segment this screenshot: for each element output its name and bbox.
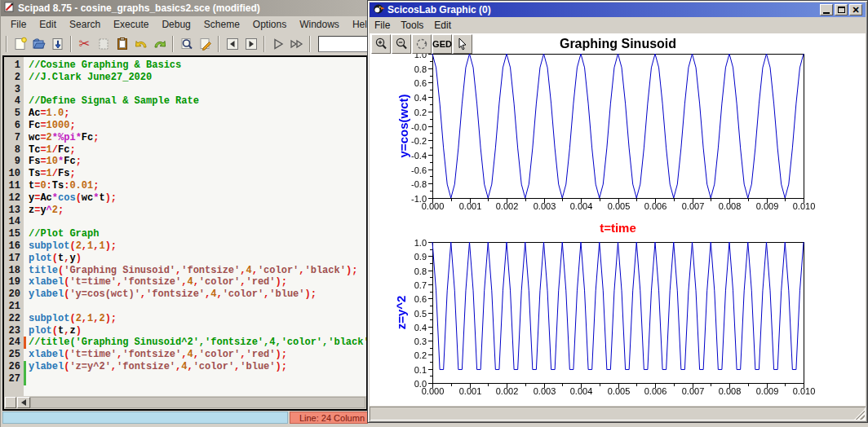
scroll-left-button[interactable] xyxy=(17,397,30,408)
toolbar-separator xyxy=(172,36,174,52)
line-number: 3 xyxy=(4,84,20,96)
run-to-end-button[interactable] xyxy=(288,34,305,54)
resize-grip[interactable] xyxy=(854,409,865,420)
added-line-marker xyxy=(24,373,26,385)
code-line-23[interactable]: plot(t,z) xyxy=(24,325,366,337)
open-file-button[interactable] xyxy=(30,34,47,54)
window-controls: ✕ xyxy=(820,4,862,15)
arrow-right-icon xyxy=(244,37,259,51)
find-replace-button[interactable] xyxy=(197,34,214,54)
code-line-22[interactable]: subplot(2,1,2); xyxy=(24,313,366,325)
scipad-menu-options[interactable]: Options xyxy=(246,19,293,30)
pointer-button[interactable] xyxy=(453,34,472,54)
code-line-14[interactable] xyxy=(24,216,366,228)
nav-forward-button[interactable] xyxy=(242,34,259,54)
graphic-titlebar[interactable]: ScicosLab Graphic (0) ✕ xyxy=(370,2,866,17)
scipad-menu-windows[interactable]: Windows xyxy=(293,19,346,30)
zoom-out-button[interactable] xyxy=(392,34,411,54)
code-line-27[interactable] xyxy=(24,373,366,385)
undo-button[interactable] xyxy=(132,34,149,54)
code-line-10[interactable]: Ts=1/Fs; xyxy=(24,168,366,180)
new-file-button[interactable] xyxy=(11,34,29,54)
code-line-4[interactable]: //Define Signal & Sample Rate xyxy=(24,95,366,108)
line-number: 11 xyxy=(4,180,20,192)
line-number: 7 xyxy=(4,132,20,144)
maximize-button[interactable] xyxy=(835,4,848,15)
code-line-26[interactable]: ylabel('z=y^2','fontsize',4,'color','blu… xyxy=(24,361,366,373)
cut-button[interactable]: ✂ xyxy=(76,34,93,54)
scipad-statusbar: Line: 24 Column xyxy=(1,412,370,425)
code-line-15[interactable]: //Plot Graph xyxy=(24,228,366,240)
close-button[interactable]: ✕ xyxy=(849,4,862,15)
search-icon xyxy=(179,37,194,51)
play-icon xyxy=(271,37,286,51)
line-number: 13 xyxy=(4,205,20,217)
line-number: 5 xyxy=(4,108,20,120)
code-area[interactable]: //Cosine Graphing & Basics//J.Clark June… xyxy=(24,57,366,409)
scipad-menu-execute[interactable]: Execute xyxy=(107,19,155,30)
graphic-window: ScicosLab Graphic (0) ✕ FileToolsEdit GE… xyxy=(367,0,868,423)
graphic-toolbar: GED xyxy=(371,34,472,54)
code-line-17[interactable]: plot(t,y) xyxy=(24,253,366,265)
code-line-20[interactable]: ylabel('y=cos(wct)','fontsize',4,'color'… xyxy=(24,288,366,301)
code-line-16[interactable]: subplot(2,1,1); xyxy=(24,240,366,253)
run-button[interactable] xyxy=(269,34,286,54)
code-line-18[interactable]: title('Graphing Sinusoid','fontsize',4,'… xyxy=(24,265,366,277)
code-line-25[interactable]: xlabel('t=time','fontsize',4,'color','re… xyxy=(24,349,366,361)
scipad-editor[interactable]: 1234567891011121314151617181920212223242… xyxy=(2,55,368,411)
toolbar-separator xyxy=(309,36,311,52)
new-file-icon xyxy=(13,37,28,51)
code-line-21[interactable] xyxy=(24,301,366,313)
scrollbar-track[interactable] xyxy=(30,397,365,408)
toolbar-grip xyxy=(6,36,7,52)
code-line-2[interactable]: //J.Clark June27_2020 xyxy=(24,72,366,84)
scipad-titlebar[interactable]: Scipad 8.75 - cosine_graphs_basics2.sce … xyxy=(1,0,369,16)
rotate-button[interactable] xyxy=(412,34,432,54)
copy-icon xyxy=(96,37,111,51)
scipad-app-icon xyxy=(4,1,15,15)
save-file-button[interactable] xyxy=(49,34,66,54)
graphic-menu-edit[interactable]: Edit xyxy=(434,20,458,31)
copy-button[interactable] xyxy=(95,34,112,54)
code-line-9[interactable]: Fs=10*Fc; xyxy=(24,156,366,168)
graphic-menu-tools[interactable]: Tools xyxy=(401,20,431,31)
toolbar-separator xyxy=(218,36,219,52)
code-line-3[interactable] xyxy=(24,84,366,96)
scipad-menu-debug[interactable]: Debug xyxy=(155,19,197,30)
maximize-icon xyxy=(838,7,845,13)
code-line-5[interactable]: Ac=1.0; xyxy=(24,108,366,120)
scipad-menu-edit[interactable]: Edit xyxy=(33,19,63,30)
status-message-panel xyxy=(2,412,288,424)
line-number: 8 xyxy=(4,144,20,156)
scipad-menu-scheme[interactable]: Scheme xyxy=(197,19,246,30)
scipad-menu-file[interactable]: File xyxy=(4,19,33,30)
scipad-menu-search[interactable]: Search xyxy=(63,19,107,30)
toolbar-entry[interactable] xyxy=(318,36,369,52)
graphic-statusbar xyxy=(370,407,866,420)
scipad-toolbar: ✂ xyxy=(1,32,369,55)
horizontal-scrollbar[interactable] xyxy=(4,396,366,409)
line-number: 4 xyxy=(4,95,20,108)
code-line-12[interactable]: y=Ac*cos(wc*t); xyxy=(24,192,366,205)
code-line-1[interactable]: //Cosine Graphing & Basics xyxy=(24,59,366,72)
scipad-title: Scipad 8.75 - cosine_graphs_basics2.sce … xyxy=(18,2,260,14)
zoom-in-button[interactable] xyxy=(371,34,391,54)
line-number: 2 xyxy=(4,72,20,84)
code-line-7[interactable]: wc=2*%pi*Fc; xyxy=(24,132,366,144)
redo-icon xyxy=(153,37,167,51)
scrollbar-corner xyxy=(5,397,16,408)
code-line-19[interactable]: xlabel('t=time','fontsize',4,'color','re… xyxy=(24,276,366,288)
code-line-13[interactable]: z=y^2; xyxy=(24,205,366,217)
nav-back-button[interactable] xyxy=(224,34,241,54)
code-line-8[interactable]: Tc=1/Fc; xyxy=(24,144,366,156)
graphic-menu-file[interactable]: File xyxy=(374,20,397,31)
code-line-24[interactable]: //title('Graphing Sinusoid^2','fontsize'… xyxy=(24,337,366,349)
redo-button[interactable] xyxy=(151,34,168,54)
code-line-11[interactable]: t=0:Ts:0.01; xyxy=(24,180,366,192)
ged-button[interactable]: GED xyxy=(432,34,452,54)
find-button[interactable] xyxy=(178,34,195,54)
paste-button[interactable] xyxy=(113,34,131,54)
code-line-6[interactable]: Fc=1000; xyxy=(24,120,366,132)
minimize-button[interactable] xyxy=(820,4,833,15)
added-line-marker xyxy=(24,361,26,373)
